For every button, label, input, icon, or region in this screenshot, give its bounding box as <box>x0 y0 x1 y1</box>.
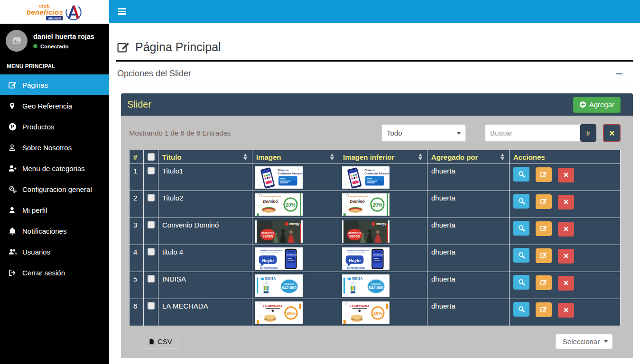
row-checkbox[interactable] <box>148 221 155 228</box>
row-checkbox[interactable] <box>148 194 155 201</box>
column-header-imagen: Imagen <box>252 150 339 164</box>
sidebar-item-sobre-nosotros[interactable]: Sobre Nosotros <box>0 137 109 158</box>
delete-button[interactable] <box>558 276 574 291</box>
delete-button[interactable] <box>558 195 574 209</box>
gears-icon <box>9 185 19 193</box>
sort-icon[interactable] <box>329 153 335 161</box>
select-all-checkbox[interactable] <box>148 153 155 161</box>
row-number: 6 <box>130 299 144 326</box>
row-added-by: dhuerta <box>427 191 510 218</box>
x-icon <box>563 199 569 205</box>
sidebar-item-label: Productos <box>22 123 55 131</box>
sort-icon[interactable] <box>417 153 423 161</box>
view-button[interactable] <box>513 275 529 290</box>
add-button[interactable]: Agregar <box>573 97 621 113</box>
delete-button[interactable] <box>558 249 574 264</box>
filter-select-input[interactable]: Todo <box>382 125 465 141</box>
row-title: titulo 4 <box>158 245 252 272</box>
slider-image-thumbnail[interactable] <box>255 166 303 189</box>
table-row: 4 titulo 4 dhuerta <box>130 245 621 272</box>
sidebar-item-label: Notificaciones <box>22 227 66 235</box>
sidebar-item-cerrar-sesion[interactable]: Cerrar sesión <box>0 262 109 283</box>
slider-image-thumbnail[interactable] <box>255 247 303 270</box>
x-icon <box>563 172 569 178</box>
edit-button[interactable] <box>536 248 552 263</box>
row-checkbox[interactable] <box>148 167 155 174</box>
magnifier-icon <box>518 279 525 286</box>
sidebar-item-usuarios[interactable]: Usuarios <box>0 241 109 262</box>
search-input[interactable] <box>485 124 581 142</box>
slider-bottom-image-thumbnail[interactable] <box>342 166 390 189</box>
slider-bottom-image-thumbnail[interactable] <box>342 274 390 297</box>
x-icon <box>563 226 569 232</box>
sidebar-item-paginas[interactable]: Páginas <box>0 74 109 95</box>
row-checkbox[interactable] <box>148 248 155 255</box>
view-button[interactable] <box>513 167 529 182</box>
view-button[interactable] <box>513 248 529 263</box>
sidebar-item-productos[interactable]: P Productos <box>0 116 109 137</box>
bulk-action-select[interactable]: Seleccionar <box>556 334 612 349</box>
magnifier-icon <box>518 171 525 178</box>
sidebar-item-menu-de-categorias[interactable]: Menu de categorias <box>0 158 109 179</box>
row-added-by: dhuerta <box>427 245 510 272</box>
hamburger-menu-icon[interactable] <box>117 5 127 18</box>
sort-icon[interactable] <box>500 153 505 161</box>
slider-image-thumbnail[interactable] <box>255 193 303 216</box>
sidebar-item-label: Páginas <box>22 81 48 89</box>
row-added-by: dhuerta <box>427 164 510 191</box>
sidebar-item-mi-perfil[interactable]: Mi perfil <box>0 200 109 220</box>
slider-panel-body: Mostrando 1 de 6 de 6 Entradas Todo Ir # <box>121 116 633 358</box>
sidebar-item-configuracion-general[interactable]: Configuracion general <box>0 179 109 200</box>
edit-button[interactable] <box>536 221 552 236</box>
row-title: INDISA <box>158 272 252 299</box>
slider-bottom-image-thumbnail[interactable] <box>342 301 390 324</box>
table-row: 1 Titulo1 dhuerta <box>130 164 621 191</box>
edit-button[interactable] <box>536 302 552 317</box>
slider-image-thumbnail[interactable] <box>255 301 303 324</box>
view-button[interactable] <box>513 302 529 317</box>
delete-button[interactable] <box>558 303 574 318</box>
sidebar-item-geo-referencia[interactable]: Geo Referencia <box>0 95 109 116</box>
user-name: daniel huerta rojas <box>33 33 94 40</box>
row-number: 3 <box>130 218 144 245</box>
go-button[interactable]: Ir <box>580 124 596 142</box>
plus-circle-icon <box>579 101 586 108</box>
logo-beneficios-text: beneficios <box>27 9 63 16</box>
magnifier-icon <box>518 198 525 205</box>
table-header-row: # Titulo Imagen Imagen inferior Agregado… <box>130 150 621 164</box>
delete-button[interactable] <box>558 222 574 237</box>
csv-export-button[interactable]: CSV <box>143 334 178 349</box>
user-icon <box>9 206 19 214</box>
slider-image-thumbnail[interactable] <box>255 274 303 297</box>
row-added-by: dhuerta <box>427 299 510 326</box>
avatar <box>6 30 28 52</box>
edit-button[interactable] <box>536 167 552 182</box>
bulk-action-select-input[interactable]: Seleccionar <box>556 334 612 349</box>
row-number: 2 <box>130 191 144 218</box>
row-checkbox[interactable] <box>148 275 155 282</box>
row-checkbox[interactable] <box>148 302 155 309</box>
view-button[interactable] <box>513 221 529 236</box>
collapse-icon[interactable] <box>616 73 622 74</box>
sidebar-item-notificaciones[interactable]: Notificaciones <box>0 220 109 241</box>
sidebar-menu: Páginas Geo Referencia P Productos Sobre… <box>0 74 109 283</box>
view-button[interactable] <box>513 194 529 209</box>
edit-button[interactable] <box>536 194 552 209</box>
slider-bottom-image-thumbnail[interactable] <box>342 193 390 216</box>
delete-button[interactable] <box>558 168 574 182</box>
slider-image-thumbnail[interactable] <box>255 220 303 243</box>
filter-select[interactable]: Todo <box>381 124 466 142</box>
clear-search-button[interactable] <box>603 124 621 142</box>
edit-icon <box>540 225 547 232</box>
photo-icon <box>10 35 23 47</box>
row-number: 5 <box>130 272 144 299</box>
sort-icon[interactable] <box>242 153 248 161</box>
slider-bottom-image-thumbnail[interactable] <box>342 220 390 243</box>
user-panel: daniel huerta rojas Conectado <box>0 24 109 58</box>
x-icon <box>563 307 569 313</box>
user-icon <box>9 144 19 152</box>
edit-button[interactable] <box>536 275 552 290</box>
slider-bottom-image-thumbnail[interactable] <box>342 247 390 270</box>
edit-icon <box>540 198 547 205</box>
brand-logo[interactable]: club beneficios afucach <box>0 0 109 24</box>
